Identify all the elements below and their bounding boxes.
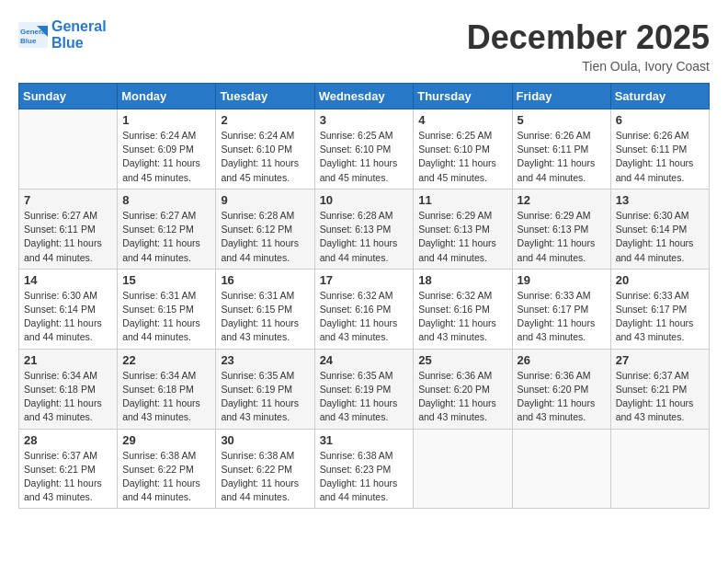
- day-number: 9: [221, 193, 309, 207]
- table-row: 15Sunrise: 6:31 AM Sunset: 6:15 PM Dayli…: [118, 269, 216, 349]
- day-number: 25: [418, 353, 506, 367]
- table-row: 7Sunrise: 6:27 AM Sunset: 6:11 PM Daylig…: [19, 189, 118, 269]
- day-info: Sunrise: 6:34 AM Sunset: 6:18 PM Dayligh…: [122, 369, 210, 425]
- day-number: 11: [418, 193, 506, 207]
- table-row: 30Sunrise: 6:38 AM Sunset: 6:22 PM Dayli…: [216, 429, 314, 509]
- table-row: 29Sunrise: 6:38 AM Sunset: 6:22 PM Dayli…: [118, 429, 216, 509]
- day-info: Sunrise: 6:31 AM Sunset: 6:15 PM Dayligh…: [122, 289, 210, 345]
- day-info: Sunrise: 6:35 AM Sunset: 6:19 PM Dayligh…: [221, 369, 309, 425]
- day-number: 7: [24, 193, 112, 207]
- table-row: 23Sunrise: 6:35 AM Sunset: 6:19 PM Dayli…: [216, 349, 314, 429]
- page-header: General Blue General Blue December 2025 …: [18, 18, 710, 74]
- day-number: 30: [221, 433, 309, 447]
- day-info: Sunrise: 6:26 AM Sunset: 6:11 PM Dayligh…: [518, 129, 606, 185]
- day-info: Sunrise: 6:29 AM Sunset: 6:13 PM Dayligh…: [418, 209, 506, 265]
- table-row: 27Sunrise: 6:37 AM Sunset: 6:21 PM Dayli…: [610, 349, 709, 429]
- day-number: 6: [616, 113, 704, 127]
- day-number: 4: [418, 113, 506, 127]
- title-block: December 2025 Tien Oula, Ivory Coast: [467, 18, 710, 74]
- table-row: 6Sunrise: 6:26 AM Sunset: 6:11 PM Daylig…: [610, 109, 709, 190]
- calendar-week-row: 7Sunrise: 6:27 AM Sunset: 6:11 PM Daylig…: [19, 189, 710, 269]
- day-number: 13: [616, 193, 704, 207]
- day-number: 18: [418, 273, 506, 287]
- table-row: 4Sunrise: 6:25 AM Sunset: 6:10 PM Daylig…: [414, 109, 512, 190]
- table-row: 8Sunrise: 6:27 AM Sunset: 6:12 PM Daylig…: [118, 189, 216, 269]
- day-info: Sunrise: 6:24 AM Sunset: 6:09 PM Dayligh…: [122, 129, 210, 185]
- table-row: 21Sunrise: 6:34 AM Sunset: 6:18 PM Dayli…: [19, 349, 118, 429]
- day-number: 31: [320, 433, 409, 447]
- logo: General Blue General Blue: [18, 18, 107, 51]
- col-tuesday: Tuesday: [216, 84, 314, 109]
- logo-subtext: Blue: [51, 35, 107, 52]
- day-info: Sunrise: 6:36 AM Sunset: 6:20 PM Dayligh…: [418, 369, 506, 425]
- svg-text:Blue: Blue: [20, 37, 37, 45]
- day-info: Sunrise: 6:26 AM Sunset: 6:11 PM Dayligh…: [616, 129, 704, 185]
- day-number: 26: [518, 353, 606, 367]
- table-row: 10Sunrise: 6:28 AM Sunset: 6:13 PM Dayli…: [314, 189, 414, 269]
- day-number: 20: [616, 273, 704, 287]
- day-info: Sunrise: 6:32 AM Sunset: 6:16 PM Dayligh…: [320, 289, 409, 345]
- calendar-week-row: 21Sunrise: 6:34 AM Sunset: 6:18 PM Dayli…: [19, 349, 710, 429]
- table-row: 3Sunrise: 6:25 AM Sunset: 6:10 PM Daylig…: [314, 109, 414, 190]
- day-info: Sunrise: 6:30 AM Sunset: 6:14 PM Dayligh…: [24, 289, 112, 345]
- day-number: 27: [616, 353, 704, 367]
- table-row: 18Sunrise: 6:32 AM Sunset: 6:16 PM Dayli…: [414, 269, 512, 349]
- day-number: 19: [518, 273, 606, 287]
- table-row: [414, 429, 512, 509]
- table-row: 19Sunrise: 6:33 AM Sunset: 6:17 PM Dayli…: [512, 269, 610, 349]
- day-number: 24: [320, 353, 409, 367]
- col-thursday: Thursday: [414, 84, 512, 109]
- day-info: Sunrise: 6:37 AM Sunset: 6:21 PM Dayligh…: [24, 449, 112, 505]
- day-info: Sunrise: 6:27 AM Sunset: 6:12 PM Dayligh…: [122, 209, 210, 265]
- day-number: 3: [320, 113, 409, 127]
- day-number: 22: [122, 353, 210, 367]
- col-wednesday: Wednesday: [314, 84, 414, 109]
- logo-text: General: [51, 18, 107, 35]
- day-number: 15: [122, 273, 210, 287]
- day-info: Sunrise: 6:30 AM Sunset: 6:14 PM Dayligh…: [616, 209, 704, 265]
- day-number: 12: [518, 193, 606, 207]
- table-row: 9Sunrise: 6:28 AM Sunset: 6:12 PM Daylig…: [216, 189, 314, 269]
- calendar-week-row: 28Sunrise: 6:37 AM Sunset: 6:21 PM Dayli…: [19, 429, 710, 509]
- table-row: 13Sunrise: 6:30 AM Sunset: 6:14 PM Dayli…: [610, 189, 709, 269]
- col-friday: Friday: [512, 84, 610, 109]
- day-info: Sunrise: 6:38 AM Sunset: 6:22 PM Dayligh…: [122, 449, 210, 505]
- calendar-week-row: 14Sunrise: 6:30 AM Sunset: 6:14 PM Dayli…: [19, 269, 710, 349]
- day-info: Sunrise: 6:25 AM Sunset: 6:10 PM Dayligh…: [418, 129, 506, 185]
- day-number: 21: [24, 353, 112, 367]
- day-number: 8: [122, 193, 210, 207]
- table-row: 12Sunrise: 6:29 AM Sunset: 6:13 PM Dayli…: [512, 189, 610, 269]
- table-row: 26Sunrise: 6:36 AM Sunset: 6:20 PM Dayli…: [512, 349, 610, 429]
- day-info: Sunrise: 6:27 AM Sunset: 6:11 PM Dayligh…: [24, 209, 112, 265]
- table-row: 25Sunrise: 6:36 AM Sunset: 6:20 PM Dayli…: [414, 349, 512, 429]
- day-info: Sunrise: 6:36 AM Sunset: 6:20 PM Dayligh…: [518, 369, 606, 425]
- day-info: Sunrise: 6:37 AM Sunset: 6:21 PM Dayligh…: [616, 369, 704, 425]
- day-info: Sunrise: 6:28 AM Sunset: 6:13 PM Dayligh…: [320, 209, 409, 265]
- day-number: 23: [221, 353, 309, 367]
- calendar-header-row: Sunday Monday Tuesday Wednesday Thursday…: [19, 84, 710, 109]
- day-info: Sunrise: 6:29 AM Sunset: 6:13 PM Dayligh…: [518, 209, 606, 265]
- table-row: 14Sunrise: 6:30 AM Sunset: 6:14 PM Dayli…: [19, 269, 118, 349]
- day-info: Sunrise: 6:33 AM Sunset: 6:17 PM Dayligh…: [616, 289, 704, 345]
- day-info: Sunrise: 6:35 AM Sunset: 6:19 PM Dayligh…: [320, 369, 409, 425]
- logo-icon: General Blue: [18, 22, 48, 48]
- table-row: 22Sunrise: 6:34 AM Sunset: 6:18 PM Dayli…: [118, 349, 216, 429]
- day-info: Sunrise: 6:25 AM Sunset: 6:10 PM Dayligh…: [320, 129, 409, 185]
- day-info: Sunrise: 6:32 AM Sunset: 6:16 PM Dayligh…: [418, 289, 506, 345]
- day-info: Sunrise: 6:38 AM Sunset: 6:23 PM Dayligh…: [320, 449, 409, 505]
- day-info: Sunrise: 6:28 AM Sunset: 6:12 PM Dayligh…: [221, 209, 309, 265]
- table-row: 17Sunrise: 6:32 AM Sunset: 6:16 PM Dayli…: [314, 269, 414, 349]
- table-row: [610, 429, 709, 509]
- day-number: 1: [122, 113, 210, 127]
- day-number: 29: [122, 433, 210, 447]
- day-number: 16: [221, 273, 309, 287]
- table-row: [19, 109, 118, 190]
- table-row: 20Sunrise: 6:33 AM Sunset: 6:17 PM Dayli…: [610, 269, 709, 349]
- table-row: 2Sunrise: 6:24 AM Sunset: 6:10 PM Daylig…: [216, 109, 314, 190]
- col-monday: Monday: [118, 84, 216, 109]
- table-row: 5Sunrise: 6:26 AM Sunset: 6:11 PM Daylig…: [512, 109, 610, 190]
- day-info: Sunrise: 6:34 AM Sunset: 6:18 PM Dayligh…: [24, 369, 112, 425]
- day-number: 10: [320, 193, 409, 207]
- day-info: Sunrise: 6:38 AM Sunset: 6:22 PM Dayligh…: [221, 449, 309, 505]
- table-row: 1Sunrise: 6:24 AM Sunset: 6:09 PM Daylig…: [118, 109, 216, 190]
